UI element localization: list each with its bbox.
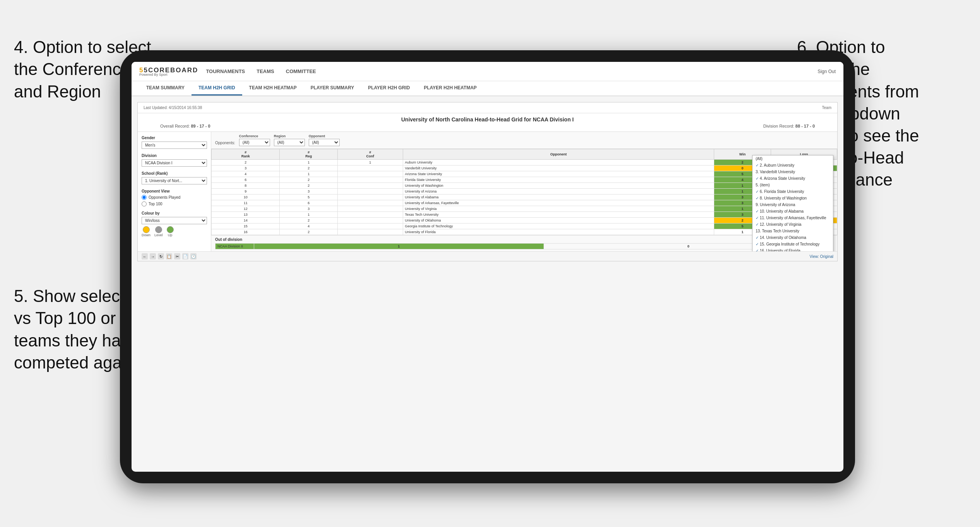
last-updated: Last Updated: 4/15/2014 16:55:38 <box>144 106 202 110</box>
toolbar-forward-icon[interactable]: → <box>150 253 156 259</box>
report-title: University of North Carolina Head-to-Hea… <box>141 116 834 123</box>
gender-label: Gender <box>142 136 207 140</box>
toolbar-cut-icon[interactable]: ✂ <box>174 253 180 259</box>
toolbar-back-icon[interactable]: ← <box>142 253 148 259</box>
dropdown-item[interactable]: 5. (item) <box>753 182 833 188</box>
table-row: 13 1 Texas Tech University 3 0 <box>212 212 837 218</box>
region-select[interactable]: (All) <box>274 139 305 146</box>
nav-teams[interactable]: TEAMS <box>257 67 274 76</box>
dropdown-item[interactable]: 14. University of Oklahoma <box>753 234 833 241</box>
dropdown-item[interactable]: 2. Auburn University <box>753 162 833 169</box>
nav-signout[interactable]: Sign Out <box>818 69 836 74</box>
gender-select[interactable]: Men's <box>142 142 207 149</box>
colour-section: Colour by Win/loss Down <box>142 211 207 237</box>
table-row: 11 6 University of Arkansas, Fayettevill… <box>212 200 837 206</box>
cell-reg: 2 <box>280 183 338 189</box>
cell-opponent: University of Arkansas, Fayetteville <box>403 200 714 206</box>
tab-player-summary[interactable]: PLAYER SUMMARY <box>304 81 361 96</box>
toolbar-icons: ← → ↻ 📋 ✂ 📄 🕐 <box>142 253 197 259</box>
colour-level: Level <box>154 226 163 237</box>
cell-opponent: Arizona State University <box>403 171 714 177</box>
odd-win: 1 <box>254 244 544 249</box>
opponent-dropdown[interactable]: (All)2. Auburn University3. Vanderbilt U… <box>752 155 833 251</box>
dropdown-item[interactable]: 15. Georgia Institute of Technology <box>753 241 833 247</box>
cell-reg: 2 <box>280 165 338 171</box>
dropdown-item[interactable]: 8. University of Washington <box>753 195 833 201</box>
toolbar-copy-icon[interactable]: 📋 <box>166 253 172 259</box>
filter-row: Opponents: Conference (All) Region <box>211 132 837 149</box>
dropdown-item[interactable]: 6. Florida State University <box>753 188 833 195</box>
tab-player-h2h-grid[interactable]: PLAYER H2H GRID <box>361 81 417 96</box>
gender-section: Gender Men's <box>142 136 207 149</box>
cell-reg: 4 <box>280 223 338 229</box>
radio-top100[interactable]: Top 100 <box>142 201 207 206</box>
cell-conf <box>338 189 403 194</box>
colour-by-label: Colour by <box>142 211 207 215</box>
report-header-bar: Last Updated: 4/15/2014 16:55:38 Team <box>138 102 837 113</box>
cell-conf <box>338 218 403 223</box>
overall-record: Overall Record: 89 - 17 - 0 <box>160 124 210 128</box>
colour-label-up: Up <box>168 233 173 237</box>
toolbar-paste-icon[interactable]: 📄 <box>182 253 188 259</box>
dropdown-item[interactable]: 12. University of Virginia <box>753 221 833 228</box>
dropdown-item[interactable]: 3. Vanderbilt University <box>753 169 833 175</box>
table-row: 3 2 Vanderbilt University 0 4 <box>212 165 837 171</box>
view-label: View: Original <box>809 254 833 259</box>
app-container: 55COREBOARD Powered By Sport TOURNAMENTS… <box>132 62 843 472</box>
tablet-frame: 55COREBOARD Powered By Sport TOURNAMENTS… <box>120 50 855 483</box>
dropdown-item[interactable]: 10. University of Alabama <box>753 208 833 215</box>
right-panel: Opponents: Conference (All) Region <box>211 132 837 251</box>
cell-reg: 3 <box>280 206 338 212</box>
cell-rank: 12 <box>212 206 280 212</box>
toolbar-clock-icon[interactable]: 🕐 <box>190 253 197 259</box>
cell-conf: 1 <box>338 160 403 165</box>
top-nav: 55COREBOARD Powered By Sport TOURNAMENTS… <box>132 62 843 81</box>
conference-select[interactable]: (All) <box>239 139 270 146</box>
odd-title: Out of division <box>215 237 833 242</box>
tab-h2h-grid[interactable]: TEAM H2H GRID <box>192 81 242 96</box>
tab-h2h-heatmap[interactable]: TEAM H2H HEATMAP <box>242 81 304 96</box>
tab-player-h2h-heatmap[interactable]: PLAYER H2H HEATMAP <box>417 81 484 96</box>
nav-committee[interactable]: COMMITTEE <box>286 67 316 76</box>
dropdown-item[interactable]: 16. University of Florida <box>753 247 833 251</box>
toolbar-refresh-icon[interactable]: ↻ <box>158 253 164 259</box>
cell-conf <box>338 171 403 177</box>
secondary-nav: TEAM SUMMARY TEAM H2H GRID TEAM H2H HEAT… <box>132 81 843 96</box>
opponent-select[interactable]: (All) <box>309 139 340 146</box>
nav-tournaments[interactable]: TOURNAMENTS <box>206 67 245 76</box>
dropdown-item[interactable]: 13. Texas Tech University <box>753 228 833 234</box>
col-rank: #Rank <box>212 149 280 160</box>
left-panel: Gender Men's Division NCAA Division I <box>138 132 211 251</box>
colour-up: Up <box>167 226 174 237</box>
cell-opponent: University of Florida <box>403 229 714 235</box>
region-filter-label: Region <box>274 134 305 138</box>
colour-by-select[interactable]: Win/loss <box>142 217 207 224</box>
colour-circle-level <box>155 226 162 233</box>
school-label: School (Rank) <box>142 171 207 176</box>
dropdown-item[interactable]: 9. University of Arizona <box>753 201 833 208</box>
cell-opponent: Texas Tech University <box>403 212 714 218</box>
top-nav-links: TOURNAMENTS TEAMS COMMITTEE <box>206 67 818 76</box>
opponent-view-section: Opponent View Opponents Played Top 100 <box>142 189 207 206</box>
dropdown-item[interactable]: 11. University of Arkansas, Fayetteville <box>753 215 833 221</box>
cell-reg: 2 <box>280 218 338 223</box>
table-row: 14 2 University of Oklahoma 2 2 <box>212 218 837 223</box>
school-section: School (Rank) 1. University of Nort... <box>142 171 207 184</box>
team-label: Team <box>822 106 831 110</box>
table-row: 16 2 University of Florida 1 <box>212 229 837 235</box>
division-select[interactable]: NCAA Division I <box>142 159 207 167</box>
cell-reg: 2 <box>280 229 338 235</box>
cell-opponent: Florida State University <box>403 177 714 183</box>
tab-team-summary[interactable]: TEAM SUMMARY <box>139 81 192 96</box>
radio-opponents-played[interactable]: Opponents Played <box>142 195 207 200</box>
cell-opponent: Georgia Institute of Technology <box>403 223 714 229</box>
dropdown-item[interactable]: (All) <box>753 155 833 162</box>
colour-legend: Down Level Up <box>142 226 207 237</box>
table-header-row: #Rank #Reg #Conf Opponent Win Loss <box>212 149 837 160</box>
region-filter-group: Region (All) <box>274 134 305 146</box>
cell-opponent: University of Arizona <box>403 189 714 194</box>
division-label: Division <box>142 153 207 158</box>
school-select[interactable]: 1. University of Nort... <box>142 177 207 184</box>
odd-row: NCAA Division II 1 0 <box>215 244 833 249</box>
dropdown-item[interactable]: 4. Arizona State University <box>753 175 833 182</box>
